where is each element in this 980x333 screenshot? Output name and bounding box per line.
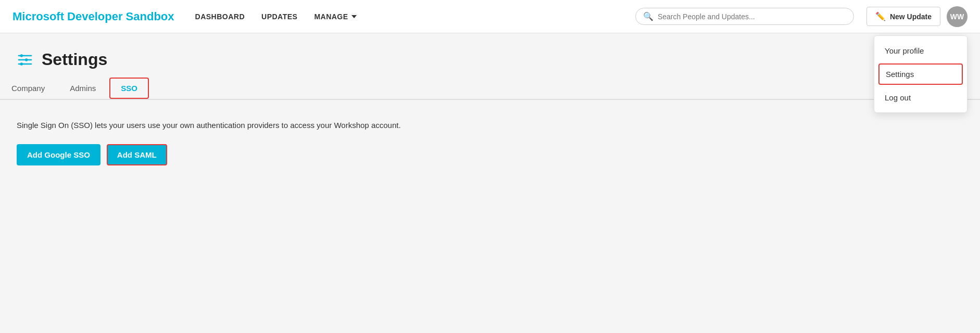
nav-manage[interactable]: MANAGE — [314, 12, 356, 21]
svg-point-5 — [20, 62, 23, 65]
page-content: Settings Company Admins SSO Single Sign … — [0, 33, 980, 308]
search-icon: 🔍 — [643, 11, 654, 21]
tab-company[interactable]: Company — [0, 78, 56, 99]
app-logo[interactable]: Microsoft Developer Sandbox — [12, 10, 174, 23]
sso-content: Single Sign On (SSO) lets your users use… — [0, 100, 980, 308]
new-update-button[interactable]: ✏️ New Update — [866, 7, 940, 26]
page-header: Settings — [0, 33, 980, 69]
settings-icon — [17, 52, 33, 68]
header-actions: ✏️ New Update WW — [866, 6, 968, 27]
tab-sso[interactable]: SSO — [109, 78, 149, 99]
header: Microsoft Developer Sandbox DASHBOARD UP… — [0, 0, 980, 33]
pencil-icon: ✏️ — [875, 11, 886, 21]
svg-point-3 — [20, 54, 23, 57]
sso-description: Single Sign On (SSO) lets your users use… — [17, 121, 963, 130]
avatar[interactable]: WW — [947, 6, 968, 27]
nav-dashboard[interactable]: DASHBOARD — [195, 12, 245, 21]
sso-buttons: Add Google SSO Add SAML — [17, 144, 963, 165]
chevron-down-icon — [351, 15, 357, 18]
search-input[interactable] — [658, 12, 846, 21]
search-container: 🔍 — [635, 8, 854, 25]
dropdown-item-profile[interactable]: Your profile — [874, 40, 967, 61]
svg-point-4 — [25, 58, 28, 61]
add-saml-button[interactable]: Add SAML — [107, 144, 167, 165]
add-google-sso-button[interactable]: Add Google SSO — [17, 144, 100, 165]
nav-updates[interactable]: UPDATES — [261, 12, 297, 21]
page-title: Settings — [42, 50, 107, 69]
dropdown-menu: Your profile Settings Log out — [874, 35, 968, 113]
tabs-bar: Company Admins SSO — [0, 69, 980, 100]
tab-admins[interactable]: Admins — [58, 78, 107, 99]
search-input-wrap: 🔍 — [635, 8, 854, 25]
dropdown-item-settings[interactable]: Settings — [878, 63, 963, 85]
dropdown-item-logout[interactable]: Log out — [874, 87, 967, 108]
main-nav: DASHBOARD UPDATES MANAGE — [195, 12, 623, 21]
